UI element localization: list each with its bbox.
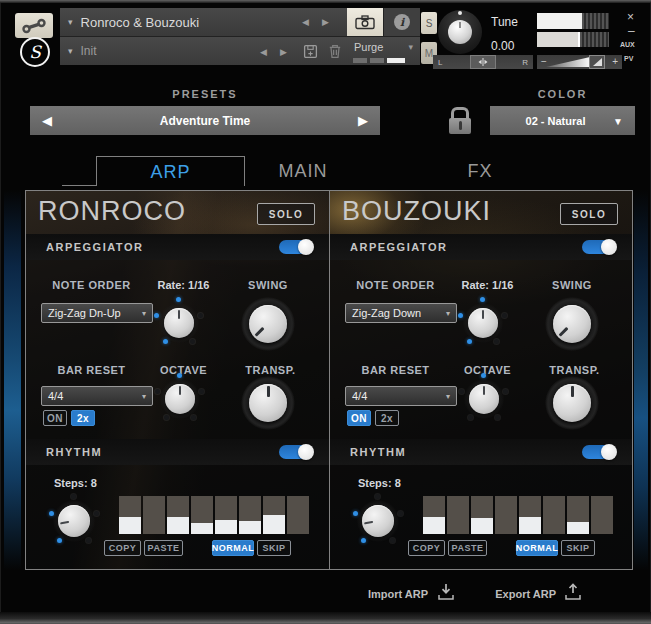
purge-menu[interactable]: Purge ▾	[347, 37, 420, 65]
swing-knob[interactable]	[241, 297, 295, 351]
step-cell[interactable]	[519, 496, 541, 534]
pan-slider[interactable]: L R	[433, 55, 533, 69]
preset-prev-icon[interactable]: ◀	[42, 113, 52, 128]
prev-snapshot-icon[interactable]: ◀	[260, 47, 267, 57]
step-fill	[191, 523, 213, 534]
step-cell[interactable]	[239, 496, 261, 534]
skip-mode-button[interactable]: SKIP	[561, 540, 595, 556]
step-cell[interactable]	[215, 496, 237, 534]
rate-knob[interactable]	[159, 303, 199, 343]
tune-knob[interactable]	[438, 10, 482, 54]
knob-marker	[86, 538, 91, 543]
edit-instrument-button[interactable]	[15, 13, 53, 38]
arpeggiator-toggle[interactable]	[279, 240, 313, 254]
color-dropdown[interactable]: 02 - Natural ▼	[490, 106, 635, 135]
solo-button[interactable]: SOLO	[560, 203, 618, 225]
snapshot-menu-caret-icon[interactable]: ▾	[68, 46, 73, 56]
tab-arp[interactable]: ARP	[96, 156, 245, 186]
step-cell[interactable]	[263, 496, 285, 534]
knob-marker	[198, 313, 203, 318]
paste-button[interactable]: PASTE	[144, 540, 183, 556]
copy-button[interactable]: COPY	[408, 540, 445, 556]
delete-snapshot-icon[interactable]	[328, 44, 342, 59]
bar-reset-on-button[interactable]: ON	[347, 410, 371, 426]
lock-icon[interactable]	[448, 107, 472, 134]
snapshot-row[interactable]: ▾ Init ◀ ▶	[60, 37, 347, 65]
presets-label: PRESETS	[30, 88, 380, 100]
step-cell[interactable]	[191, 496, 213, 534]
solo-button[interactable]: SOLO	[257, 203, 315, 225]
octave-knob[interactable]	[464, 379, 504, 419]
rate-knob[interactable]	[463, 303, 503, 343]
next-instrument-icon[interactable]: ▶	[322, 17, 329, 27]
rhythm-toggle[interactable]	[582, 445, 616, 459]
bar-reset-dropdown[interactable]: 4/4 ▾	[41, 386, 153, 406]
volume-plus[interactable]: +	[612, 56, 618, 67]
skip-mode-button[interactable]: SKIP	[257, 540, 291, 556]
double-time-button[interactable]: 2x	[71, 410, 95, 426]
note-order-value: Zig-Zag Dn-Up	[48, 307, 121, 319]
pan-slider-handle[interactable]	[470, 55, 496, 69]
import-arp-button[interactable]: Import ARP	[350, 588, 428, 600]
next-snapshot-icon[interactable]: ▶	[280, 47, 287, 57]
export-arp-button[interactable]: Export ARP	[478, 588, 556, 600]
step-cell[interactable]	[567, 496, 589, 534]
info-view-tab[interactable]: i	[384, 8, 420, 36]
note-order-dropdown[interactable]: Zig-Zag Dn-Up ▾	[41, 303, 153, 323]
step-cell[interactable]	[423, 496, 445, 534]
bar-reset-label: BAR RESET	[338, 364, 453, 376]
export-upload-icon[interactable]	[563, 583, 583, 601]
tab-main[interactable]: MAIN	[248, 156, 358, 186]
copy-button[interactable]: COPY	[104, 540, 141, 556]
snapshot-view-tab[interactable]	[347, 8, 383, 36]
rhythm-toggle[interactable]	[279, 445, 313, 459]
step-fill	[263, 515, 285, 534]
preset-selector[interactable]: ◀ Adventure Time ▶	[30, 106, 380, 135]
step-fill	[215, 520, 237, 534]
tab-baseline	[62, 185, 96, 186]
prev-instrument-icon[interactable]: ◀	[302, 17, 309, 27]
transpose-knob[interactable]	[241, 376, 295, 430]
normal-mode-button[interactable]: NORMAL	[212, 540, 254, 556]
pv-button[interactable]: PV	[624, 55, 633, 62]
solo-channel-button[interactable]: S	[421, 12, 437, 34]
transpose-knob[interactable]	[545, 376, 599, 430]
step-sequencer	[119, 496, 309, 534]
normal-mode-button[interactable]: NORMAL	[516, 540, 558, 556]
right-edge-glow	[634, 190, 648, 570]
aux-button[interactable]: AUX	[620, 41, 635, 48]
step-cell[interactable]	[543, 496, 565, 534]
panel-title: BOUZOUKI	[342, 196, 491, 227]
save-snapshot-icon[interactable]	[303, 44, 318, 59]
volume-slider-handle[interactable]	[589, 55, 605, 69]
steps-knob[interactable]	[357, 500, 399, 542]
minimize-button[interactable]: –	[628, 24, 635, 38]
step-cell[interactable]	[447, 496, 469, 534]
step-cell[interactable]	[143, 496, 165, 534]
volume-slider[interactable]: − +	[537, 55, 622, 69]
knob-marker	[57, 538, 62, 543]
tab-fx[interactable]: FX	[430, 156, 530, 186]
double-time-button[interactable]: 2x	[375, 410, 399, 426]
step-cell[interactable]	[495, 496, 517, 534]
step-cell[interactable]	[119, 496, 141, 534]
bar-reset-value: 4/4	[352, 390, 367, 402]
arpeggiator-toggle[interactable]	[582, 240, 616, 254]
instrument-name-row[interactable]: ▾ Ronroco & Bouzouki ◀ ▶	[60, 8, 347, 36]
octave-label: OCTAVE	[445, 364, 530, 376]
instrument-menu-caret-icon[interactable]: ▾	[68, 17, 73, 27]
step-cell[interactable]	[167, 496, 189, 534]
step-cell[interactable]	[591, 496, 613, 534]
import-download-icon[interactable]	[436, 583, 456, 601]
paste-button[interactable]: PASTE	[448, 540, 487, 556]
swing-knob[interactable]	[545, 297, 599, 351]
preset-next-icon[interactable]: ▶	[358, 113, 368, 128]
note-order-dropdown[interactable]: Zig-Zag Down ▾	[345, 303, 457, 323]
close-button[interactable]: ×	[627, 10, 634, 24]
octave-knob[interactable]	[160, 379, 200, 419]
step-cell[interactable]	[287, 496, 309, 534]
steps-knob[interactable]	[53, 500, 95, 542]
step-cell[interactable]	[471, 496, 493, 534]
bar-reset-dropdown[interactable]: 4/4 ▾	[345, 386, 457, 406]
bar-reset-on-button[interactable]: ON	[43, 410, 67, 426]
